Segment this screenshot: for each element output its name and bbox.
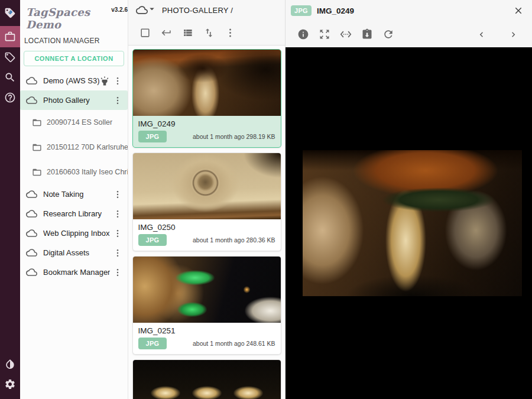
location-manager-panel: TagSpaces Demo v3.2.6 LOCATION MANAGER C… (20, 0, 128, 399)
clipboard-download-icon (361, 28, 373, 40)
breadcrumb: PHOTO-GALLERY / (128, 0, 285, 20)
location-row-digital-assets[interactable]: Digital Assets (20, 243, 128, 262)
viewer-file-type-badge[interactable]: JPG (291, 5, 312, 16)
tagspaces-logo-icon[interactable] (0, 0, 20, 26)
viewer-file-title: IMG_0249 (317, 7, 354, 15)
download-file-button[interactable] (356, 24, 378, 45)
cloud-icon (26, 75, 37, 86)
sidebar-item-tags[interactable] (0, 47, 20, 67)
folder-row[interactable]: 20090714 ES Soller (20, 110, 128, 135)
file-browser-panel: PHOTO-GALLERY / IMG_0249 JPG about 1 mon… (128, 0, 286, 399)
reload-button[interactable] (378, 24, 399, 45)
refresh-icon (382, 28, 394, 40)
cloud-icon (136, 4, 148, 16)
folder-row[interactable]: 20150112 70D Karlsruhe (20, 135, 128, 160)
thumbnail-img-0249[interactable] (133, 50, 281, 116)
location-menu-button[interactable] (112, 189, 123, 200)
location-menu-button[interactable] (112, 209, 123, 219)
folder-icon (32, 142, 42, 153)
file-name: IMG_0249 (133, 116, 281, 129)
activity-bar (0, 0, 20, 399)
file-card-footer: JPG about 1 month ago 248.61 KB (133, 336, 281, 354)
list-view-button[interactable] (177, 22, 198, 43)
file-toolbar (128, 20, 285, 46)
folder-label: 20160603 Itally Iseo Chri... (47, 168, 128, 176)
location-label: Digital Assets (43, 248, 89, 257)
chevron-right-icon (508, 30, 518, 40)
breadcrumb-cloud-button[interactable] (136, 4, 157, 17)
close-viewer-button[interactable] (512, 4, 525, 17)
select-all-button[interactable] (134, 22, 155, 43)
file-type-badge[interactable]: JPG (138, 131, 167, 142)
file-card-partial[interactable] (132, 359, 281, 399)
location-label: Research Library (43, 209, 102, 218)
cloud-icon (26, 228, 37, 239)
viewer-nav (471, 24, 524, 45)
default-location-icon (99, 76, 110, 86)
sort-button[interactable] (198, 22, 219, 43)
fullscreen-icon (319, 28, 330, 40)
sidebar-item-search[interactable] (0, 67, 20, 87)
file-card-footer: JPG about 1 month ago 298.19 KB (133, 129, 281, 147)
location-label: Photo Gallery (43, 96, 90, 105)
image-viewer-canvas (286, 47, 532, 399)
thumbnail-img-0250[interactable] (133, 153, 281, 219)
location-row-demo[interactable]: Demo (AWS S3) (20, 71, 128, 90)
location-label: Bookmark Manager (43, 268, 110, 277)
theme-contrast-button[interactable] (0, 354, 20, 374)
folder-label: 20150112 70D Karlsruhe (47, 143, 128, 151)
file-card-img-0251[interactable]: IMG_0251 JPG about 1 month ago 248.61 KB (132, 256, 281, 355)
file-card-img-0250[interactable]: IMG_0250 JPG about 1 month ago 280.36 KB (132, 153, 281, 251)
code-brackets-icon (340, 28, 352, 40)
cloud-icon (26, 208, 37, 219)
open-natively-button[interactable] (335, 24, 356, 45)
settings-button[interactable] (0, 374, 20, 394)
tagspaces-app: TagSpaces Demo v3.2.6 LOCATION MANAGER C… (0, 0, 532, 399)
location-menu-button[interactable] (112, 267, 123, 278)
folder-row[interactable]: 20160603 Itally Iseo Chri... (20, 160, 128, 184)
next-file-button[interactable] (502, 24, 524, 45)
fullscreen-button[interactable] (314, 24, 335, 45)
more-options-button[interactable] (219, 22, 241, 43)
file-type-badge[interactable]: JPG (138, 338, 167, 349)
thumbnail-img-0251[interactable] (133, 257, 281, 323)
chevron-down-icon (148, 4, 157, 17)
info-icon (297, 28, 309, 40)
cloud-icon (26, 95, 37, 106)
cloud-icon (26, 189, 37, 200)
chevron-left-icon (476, 30, 486, 40)
location-menu-button[interactable] (112, 228, 123, 239)
breadcrumb-path[interactable]: PHOTO-GALLERY / (162, 6, 233, 15)
sidebar-item-help[interactable] (0, 87, 20, 108)
connect-location-button[interactable]: CONNECT A LOCATION (24, 51, 124, 66)
preview-image-img-0249[interactable] (303, 150, 522, 296)
location-row-photo-gallery[interactable]: Photo Gallery (20, 90, 128, 110)
file-type-badge[interactable]: JPG (138, 234, 167, 246)
file-grid: IMG_0249 JPG about 1 month ago 298.19 KB… (128, 46, 285, 399)
brand-row: TagSpaces Demo v3.2.6 (20, 0, 128, 27)
folder-icon (32, 167, 42, 177)
thumbnail-partial[interactable] (133, 360, 281, 399)
location-row-research-library[interactable]: Research Library (20, 204, 128, 223)
location-row-web-clipping-inbox[interactable]: Web Clipping Inbox (20, 223, 128, 243)
file-meta: about 1 month ago 298.19 KB (193, 133, 275, 140)
sidebar-item-location-manager[interactable] (0, 26, 20, 47)
file-info-button[interactable] (293, 24, 314, 45)
file-meta: about 1 month ago 248.61 KB (193, 340, 275, 347)
navigate-parent-button[interactable] (155, 22, 177, 43)
location-menu-button[interactable] (112, 95, 123, 106)
file-card-footer: JPG about 1 month ago 280.36 KB (133, 232, 281, 251)
file-card-img-0249[interactable]: IMG_0249 JPG about 1 month ago 298.19 KB (132, 49, 281, 148)
viewer-header: JPG IMG_0249 (286, 0, 532, 21)
folder-icon (32, 118, 42, 128)
location-row-note-taking[interactable]: Note Taking (20, 184, 128, 204)
file-name: IMG_0251 (133, 323, 281, 336)
previous-file-button[interactable] (471, 24, 492, 45)
location-menu-button[interactable] (112, 76, 123, 86)
location-menu-button[interactable] (112, 248, 123, 258)
location-manager-title: LOCATION MANAGER (20, 27, 128, 50)
viewer-toolbar (286, 21, 532, 47)
location-row-bookmark-manager[interactable]: Bookmark Manager (20, 262, 128, 282)
location-label: Note Taking (43, 190, 83, 199)
location-label: Demo (AWS S3) (43, 76, 99, 85)
